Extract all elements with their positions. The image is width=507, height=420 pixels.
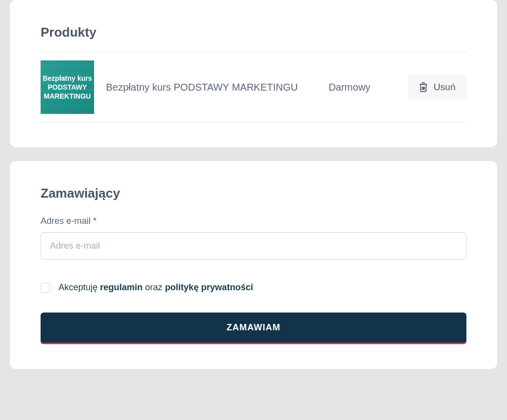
divider <box>41 122 466 122</box>
customer-title: Zamawiający <box>41 186 466 201</box>
email-field[interactable] <box>41 232 466 260</box>
product-row: Bezpłatny kurs PODSTAWY MAREKTINGU Bezpł… <box>41 52 466 122</box>
terms-row: Akceptuję regulamin oraz politykę prywat… <box>41 282 466 293</box>
thumb-text-line: Bezpłatny kurs <box>43 74 92 83</box>
terms-text-middle: oraz <box>143 282 165 292</box>
submit-button[interactable]: ZAMAWIAM <box>41 313 466 344</box>
product-thumbnail: Bezpłatny kurs PODSTAWY MAREKTINGU <box>41 60 94 114</box>
trash-icon <box>419 82 428 92</box>
terms-label: Akceptuję regulamin oraz politykę prywat… <box>58 282 253 293</box>
products-card: Produkty Bezpłatny kurs PODSTAWY MAREKTI… <box>10 0 497 147</box>
remove-button-label: Usuń <box>434 82 456 93</box>
email-label: Adres e-mail * <box>41 216 466 226</box>
terms-link-privacy[interactable]: politykę prywatności <box>165 282 253 292</box>
customer-card: Zamawiający Adres e-mail * Akceptuję reg… <box>10 161 497 369</box>
remove-button[interactable]: Usuń <box>408 75 466 100</box>
terms-link-regulamin[interactable]: regulamin <box>100 282 143 292</box>
terms-text-prefix: Akceptuję <box>58 282 100 292</box>
terms-checkbox[interactable] <box>41 283 51 293</box>
products-title: Produkty <box>41 25 466 40</box>
thumb-text-line: MAREKTINGU <box>43 92 92 101</box>
product-price: Darmowy <box>309 82 408 93</box>
thumb-text-line: PODSTAWY <box>43 83 92 92</box>
product-name: Bezpłatny kurs PODSTAWY MARKETINGU <box>94 80 309 95</box>
